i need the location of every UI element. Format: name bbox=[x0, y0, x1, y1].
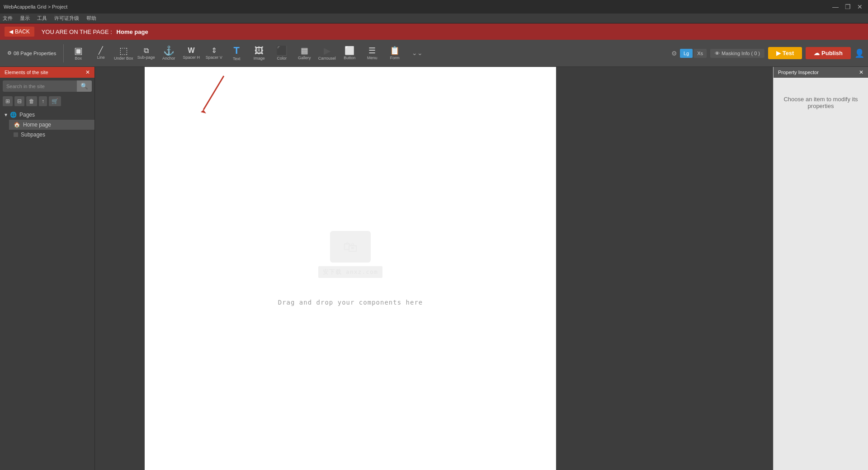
device-lg-btn[interactable]: Lg bbox=[680, 49, 693, 58]
svg-line-0 bbox=[203, 76, 224, 110]
tool-under-box[interactable]: ⬚ Under Box bbox=[113, 42, 134, 65]
tool-spacer-h[interactable]: W Spacer H bbox=[180, 42, 202, 65]
top-bar: ◀ BACK YOU ARE ON THE PAGE : Home page bbox=[0, 24, 868, 40]
form-icon: 📋 bbox=[390, 47, 400, 55]
canvas-drop-zone[interactable]: 🛍 安下载 anxz.com Drag and drop your compon… bbox=[278, 231, 423, 306]
pages-expand-icon: ▾ bbox=[5, 112, 7, 118]
tree-children: 🏠 Home page Subpages bbox=[0, 120, 94, 140]
maximize-btn[interactable]: ❐ bbox=[843, 3, 853, 10]
pages-globe-icon: 🌐 bbox=[10, 112, 17, 118]
sidebar-actions: ⊞ ⊟ 🗑 ↑ 🛒 bbox=[0, 94, 94, 108]
masking-icon: 👁 bbox=[715, 51, 720, 56]
line-icon: ╱ bbox=[99, 47, 103, 54]
tool-form[interactable]: 📋 Form bbox=[384, 42, 406, 65]
spacer-v-icon: ⇕ bbox=[211, 47, 217, 54]
title-bar: WebAcappella Grid > Project — ❐ ✕ bbox=[0, 0, 868, 14]
search-bar: 🔍 bbox=[3, 80, 92, 92]
property-inspector-header: Property Inspector ✕ bbox=[774, 67, 868, 78]
tool-gallery[interactable]: ▦ Gallery bbox=[293, 42, 315, 65]
back-button[interactable]: ◀ BACK bbox=[5, 27, 34, 37]
page-properties-icon: ⚙ bbox=[7, 50, 12, 56]
search-button[interactable]: 🔍 bbox=[77, 80, 92, 92]
tool-carousel[interactable]: ▶ Carrousel bbox=[316, 42, 338, 65]
search-input[interactable] bbox=[3, 81, 77, 91]
toolbar-tools: ▣ Box ╱ Line ⬚ Under Box ⧉ Sub-page ⚓ An… bbox=[67, 42, 428, 65]
page-properties-button[interactable]: ⚙ 08 Page Properties bbox=[4, 48, 60, 58]
device-xs-btn[interactable]: Xs bbox=[693, 49, 707, 58]
menu-tools[interactable]: 工具 bbox=[37, 15, 47, 22]
red-arrow-annotation bbox=[194, 74, 226, 114]
subpages-icon bbox=[14, 132, 18, 137]
tool-color[interactable]: ⬛ Color bbox=[271, 42, 292, 65]
menu-bar: 文件 显示 工具 许可证升级 帮助 bbox=[0, 14, 868, 24]
image-icon: 🖼 bbox=[255, 46, 264, 55]
toolbar-separator-1 bbox=[63, 44, 64, 62]
right-sidebar: Property Inspector ✕ Choose an item to m… bbox=[773, 67, 868, 470]
text-icon: T bbox=[233, 46, 239, 56]
tool-menu[interactable]: ☰ Menu bbox=[361, 42, 383, 65]
gear-icon: ⚙ bbox=[671, 50, 677, 57]
back-arrow-icon: ◀ bbox=[9, 28, 13, 35]
spacer-h-icon: W bbox=[188, 47, 195, 54]
app-title: WebAcappella Grid > Project bbox=[4, 4, 67, 9]
tool-line[interactable]: ╱ Line bbox=[90, 42, 112, 65]
tool-box[interactable]: ▣ Box bbox=[67, 42, 89, 65]
minimize-btn[interactable]: — bbox=[830, 3, 840, 10]
masking-info[interactable]: 👁 Masking Info ( 0 ) bbox=[710, 49, 764, 58]
tool-image[interactable]: 🖼 Image bbox=[248, 42, 270, 65]
toolbar: ⚙ 08 Page Properties ▣ Box ╱ Line ⬚ Unde… bbox=[0, 40, 868, 67]
home-icon: 🏠 bbox=[14, 122, 20, 128]
tool-text[interactable]: T Text bbox=[226, 42, 247, 65]
box-icon: ▣ bbox=[74, 46, 83, 55]
tree-view: ▾ 🌐 Pages 🏠 Home page Subpages bbox=[0, 108, 94, 141]
more-icon: ⌄⌄ bbox=[412, 50, 423, 56]
tree-home-page[interactable]: 🏠 Home page bbox=[9, 120, 94, 130]
tool-anchor[interactable]: ⚓ Anchor bbox=[158, 42, 179, 65]
device-selector: ⚙ Lg Xs bbox=[671, 49, 707, 58]
menu-icon: ☰ bbox=[368, 47, 376, 55]
close-btn[interactable]: ✕ bbox=[855, 3, 864, 10]
canvas-area[interactable]: 🛍 安下载 anxz.com Drag and drop your compon… bbox=[95, 67, 773, 470]
anchor-icon: ⚓ bbox=[163, 46, 175, 55]
tool-button[interactable]: ⬜ Button bbox=[339, 42, 360, 65]
tree-pages-root[interactable]: ▾ 🌐 Pages bbox=[0, 110, 94, 120]
user-icon[interactable]: 👤 bbox=[854, 48, 864, 58]
color-icon: ⬛ bbox=[276, 46, 288, 55]
publish-button[interactable]: ☁ Publish bbox=[806, 47, 851, 59]
property-inspector-close-btn[interactable]: ✕ bbox=[859, 69, 863, 75]
move-up-btn[interactable]: ↑ bbox=[39, 96, 47, 106]
sidebar-header: Elements of the site ✕ bbox=[0, 67, 94, 78]
under-box-icon: ⬚ bbox=[119, 46, 128, 55]
sub-page-icon: ⧉ bbox=[144, 47, 149, 54]
canvas: 🛍 安下载 anxz.com Drag and drop your compon… bbox=[145, 67, 556, 470]
button-icon: ⬜ bbox=[344, 47, 354, 55]
tool-spacer-v[interactable]: ⇕ Spacer V bbox=[203, 42, 225, 65]
test-icon: ▶ bbox=[776, 50, 783, 56]
carousel-icon: ▶ bbox=[324, 46, 330, 55]
device-buttons: Lg Xs bbox=[680, 49, 707, 58]
test-button[interactable]: ▶ Test bbox=[768, 47, 802, 59]
collapse-btn[interactable]: ⊟ bbox=[14, 96, 24, 106]
gallery-icon: ▦ bbox=[301, 47, 308, 55]
page-info: YOU ARE ON THE PAGE : Home page bbox=[42, 28, 148, 35]
publish-icon: ☁ bbox=[814, 50, 821, 56]
svg-marker-1 bbox=[201, 110, 206, 113]
left-sidebar: Elements of the site ✕ 🔍 ⊞ ⊟ 🗑 ↑ 🛒 ▾ 🌐 P… bbox=[0, 67, 95, 470]
menu-help[interactable]: 帮助 bbox=[86, 15, 96, 22]
tree-subpages[interactable]: Subpages bbox=[9, 130, 94, 140]
drag-drop-text: Drag and drop your components here bbox=[278, 299, 423, 306]
tool-more[interactable]: ⌄⌄ bbox=[406, 42, 428, 65]
add-page-btn[interactable]: ⊞ bbox=[3, 96, 13, 106]
menu-license[interactable]: 许可证升级 bbox=[54, 15, 79, 22]
sidebar-close-btn[interactable]: ✕ bbox=[85, 69, 90, 75]
property-inspector-content: Choose an item to modify its properties bbox=[774, 78, 868, 470]
tool-sub-page[interactable]: ⧉ Sub-page bbox=[135, 42, 157, 65]
menu-view[interactable]: 显示 bbox=[20, 15, 30, 22]
toolbar-right: ⚙ Lg Xs 👁 Masking Info ( 0 ) ▶ Test ☁ Pu… bbox=[670, 47, 864, 59]
main-layout: Elements of the site ✕ 🔍 ⊞ ⊟ 🗑 ↑ 🛒 ▾ 🌐 P… bbox=[0, 67, 868, 470]
delete-btn[interactable]: 🗑 bbox=[26, 96, 37, 106]
menu-file[interactable]: 文件 bbox=[3, 15, 13, 22]
cart-btn[interactable]: 🛒 bbox=[49, 96, 61, 106]
